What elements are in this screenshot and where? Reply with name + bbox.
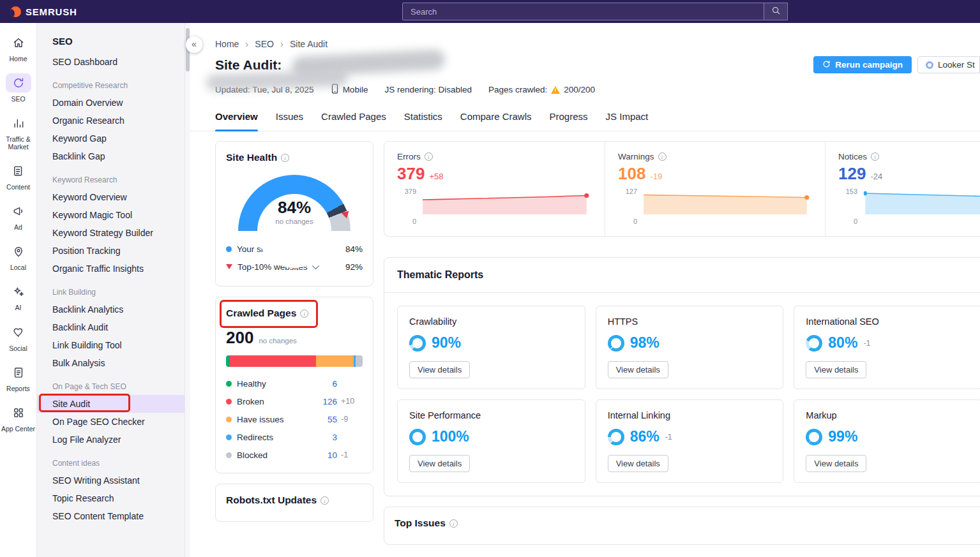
- donut-icon: [409, 335, 426, 352]
- sidebar-item-seo-dashboard[interactable]: SEO Dashboard: [37, 53, 185, 71]
- legend-have-issues[interactable]: Have issues 55 -9: [226, 410, 363, 428]
- legend-value[interactable]: 6: [332, 379, 337, 389]
- thematic-card-title: International SEO: [806, 316, 970, 327]
- tab-issues[interactable]: Issues: [276, 111, 303, 131]
- sidebar-item-on-page-seo-checker[interactable]: On Page SEO Checker: [37, 413, 185, 431]
- breadcrumb-home[interactable]: Home: [215, 39, 239, 49]
- info-icon[interactable]: [658, 152, 667, 161]
- legend-value[interactable]: 10: [328, 450, 337, 460]
- sidebar-item-seo-writing-assistant[interactable]: SEO Writing Assistant: [37, 472, 185, 489]
- legend-value[interactable]: 3: [332, 433, 337, 442]
- crawled-pages-change: no changes: [259, 337, 296, 345]
- view-details-button[interactable]: View details: [806, 455, 866, 472]
- sidebar-item-keyword-strategy-builder[interactable]: Keyword Strategy Builder: [37, 224, 185, 242]
- bar-segment-broken[interactable]: [230, 355, 316, 367]
- sidebar-item-site-audit[interactable]: Site Audit: [37, 395, 185, 413]
- info-icon[interactable]: [425, 152, 433, 161]
- info-icon[interactable]: [281, 154, 289, 162]
- legend-value[interactable]: 55: [328, 415, 337, 424]
- sidebar-item-keyword-overview[interactable]: Keyword Overview: [37, 188, 185, 206]
- site-health-title: Site Health: [226, 152, 277, 163]
- info-icon[interactable]: [871, 152, 879, 161]
- tab-progress[interactable]: Progress: [550, 111, 588, 131]
- looker-studio-button[interactable]: Looker St: [917, 56, 980, 73]
- thematic-card-title: Site Performance: [409, 410, 573, 420]
- robots-txt-title: Robots.txt Updates: [226, 494, 317, 506]
- sidebar-item-keyword-magic-tool[interactable]: Keyword Magic Tool: [37, 206, 185, 224]
- search-button[interactable]: [764, 3, 788, 20]
- info-icon[interactable]: [300, 309, 308, 318]
- rail-item-app-center[interactable]: App Center: [1, 398, 36, 438]
- view-details-button[interactable]: View details: [409, 361, 470, 378]
- thematic-card-value: 100%: [432, 428, 469, 445]
- info-icon[interactable]: [320, 496, 329, 505]
- sidebar-item-domain-overview[interactable]: Domain Overview: [37, 94, 185, 112]
- sidebar-group-competitive-research: Competitive Research: [37, 71, 185, 94]
- rail-item-traffic-market[interactable]: Traffic & Market: [1, 108, 36, 156]
- breadcrumb-seo[interactable]: SEO: [255, 39, 274, 49]
- sidebar-item-log-file-analyzer[interactable]: Log File Analyzer: [37, 431, 185, 449]
- donut-icon: [409, 429, 426, 445]
- sidebar-item-backlink-gap[interactable]: Backlink Gap: [37, 147, 185, 165]
- sidebar-item-backlink-audit[interactable]: Backlink Audit: [37, 318, 185, 336]
- audit-tabs: Overview Issues Crawled Pages Statistics…: [190, 111, 980, 131]
- top10-value: 92%: [345, 262, 363, 272]
- notices-delta: -24: [870, 172, 882, 181]
- view-details-button[interactable]: View details: [608, 455, 668, 472]
- legend-healthy[interactable]: Healthy 6: [226, 375, 363, 392]
- sidebar-item-seo-content-template[interactable]: SEO Content Template: [37, 507, 185, 525]
- rail-item-social[interactable]: Social: [1, 318, 36, 358]
- rail-item-home[interactable]: Home: [1, 28, 36, 68]
- rail-item-content[interactable]: Content: [1, 156, 36, 197]
- rerun-campaign-button[interactable]: Rerun campaign: [813, 56, 912, 73]
- page-title: Site Audit:: [215, 57, 282, 73]
- legend-blocked[interactable]: Blocked 10 -1: [226, 446, 363, 464]
- donut-icon: [806, 335, 822, 352]
- legend-delta: -1: [341, 450, 363, 459]
- rail-item-ai[interactable]: AI: [1, 277, 36, 317]
- tab-overview[interactable]: Overview: [215, 111, 258, 131]
- sidebar-item-link-building-tool[interactable]: Link Building Tool: [37, 336, 185, 354]
- sidebar-item-organic-traffic-insights[interactable]: Organic Traffic Insights: [37, 260, 185, 278]
- rail-item-local[interactable]: Local: [1, 237, 36, 277]
- heart-icon: [6, 323, 31, 342]
- grid-icon: [6, 403, 31, 422]
- issues-summary-card: Errors 379 +58 379 0: [384, 141, 980, 237]
- notices-section[interactable]: Notices 129 -24 153 0: [825, 142, 980, 236]
- rail-item-ad[interactable]: Ad: [1, 197, 36, 237]
- tab-js-impact[interactable]: JS Impact: [606, 111, 649, 131]
- sidebar-item-position-tracking[interactable]: Position Tracking: [37, 242, 185, 260]
- view-details-button[interactable]: View details: [806, 361, 866, 378]
- thematic-card-title: HTTPS: [608, 316, 772, 327]
- sidebar-group-keyword-research: Keyword Research: [37, 165, 185, 188]
- thematic-card-delta: -1: [863, 339, 870, 348]
- bar-segment-have-issues[interactable]: [316, 355, 354, 367]
- sidebar-collapse-button[interactable]: [186, 36, 202, 53]
- rail-label: Home: [9, 55, 27, 63]
- view-details-button[interactable]: View details: [409, 455, 470, 472]
- view-details-button[interactable]: View details: [608, 361, 668, 378]
- tab-crawled-pages[interactable]: Crawled Pages: [321, 111, 386, 131]
- axis-max: 153: [846, 188, 857, 195]
- tab-compare-crawls[interactable]: Compare Crawls: [460, 111, 532, 131]
- pages-crawled-label: Pages crawled:: [488, 85, 547, 94]
- errors-section[interactable]: Errors 379 +58 379 0: [384, 142, 605, 236]
- thematic-card-crawlability: Crawlability 90% View details: [397, 306, 585, 389]
- legend-broken[interactable]: Broken 126 +10: [226, 392, 363, 410]
- sidebar-item-topic-research[interactable]: Topic Research: [37, 489, 185, 507]
- bar-segment-blocked[interactable]: [356, 355, 363, 367]
- sidebar-item-organic-research[interactable]: Organic Research: [37, 112, 185, 130]
- search-input[interactable]: [402, 3, 764, 20]
- sidebar-item-keyword-gap[interactable]: Keyword Gap: [37, 130, 185, 147]
- legend-redirects[interactable]: Redirects 3: [226, 428, 363, 446]
- rail-item-reports[interactable]: Reports: [1, 358, 36, 398]
- rail-item-seo[interactable]: SEO: [1, 68, 36, 108]
- thematic-card-value: 98%: [630, 334, 660, 352]
- sidebar-item-backlink-analytics[interactable]: Backlink Analytics: [37, 301, 185, 318]
- tab-statistics[interactable]: Statistics: [404, 111, 442, 131]
- warnings-section[interactable]: Warnings 108 -19 127 0: [605, 142, 825, 236]
- legend-value[interactable]: 126: [322, 397, 337, 406]
- info-icon[interactable]: [449, 519, 458, 528]
- sidebar-item-bulk-analysis[interactable]: Bulk Analysis: [37, 354, 185, 372]
- semrush-logo[interactable]: SEMRUSH: [10, 6, 77, 17]
